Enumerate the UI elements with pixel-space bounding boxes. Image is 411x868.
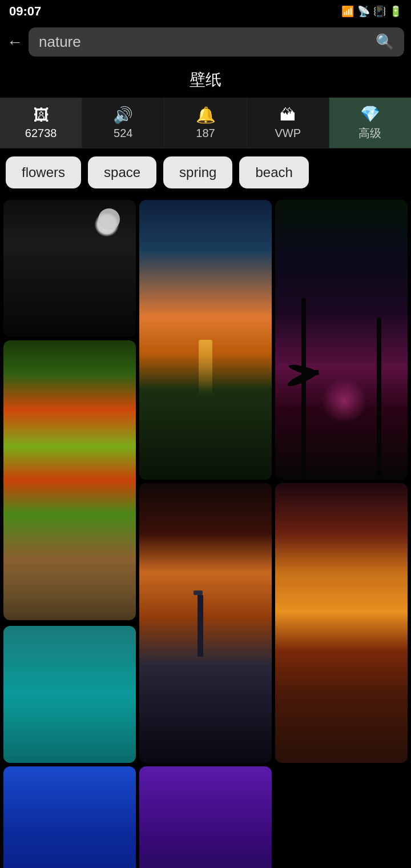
tag-beach[interactable]: beach <box>239 156 308 188</box>
tab-sound-label: 524 <box>114 127 132 140</box>
tab-wallpaper[interactable]: 🖼 62738 <box>0 98 82 148</box>
wallpaper-palm-purple[interactable] <box>275 200 408 480</box>
tab-notify[interactable]: 🔔 187 <box>164 98 247 148</box>
tab-wallpaper-label: 62738 <box>25 127 57 140</box>
battery-icon: 🔋 <box>389 5 402 18</box>
wallpaper-forest-path[interactable] <box>3 340 136 620</box>
tab-vwp[interactable]: 🏔 VWP <box>247 98 329 148</box>
sound-icon: 🔊 <box>113 106 133 124</box>
tag-flowers[interactable]: flowers <box>6 156 81 188</box>
tab-advanced-label: 高级 <box>358 126 381 141</box>
wallpaper-moonnight[interactable] <box>3 200 136 337</box>
wallpaper-icon: 🖼 <box>33 106 49 124</box>
vibrate-icon: 📳 <box>373 5 386 18</box>
wallpaper-grid <box>0 196 411 868</box>
back-button[interactable]: ← <box>7 33 23 51</box>
search-input-wrap: 🔍 <box>29 27 404 57</box>
tab-notify-label: 187 <box>196 127 215 140</box>
status-time: 09:07 <box>9 4 41 19</box>
search-bar-row: ← 🔍 <box>0 23 411 63</box>
wallpaper-blue[interactable] <box>3 766 136 868</box>
tab-vwp-label: VWP <box>275 127 301 140</box>
page-title: 壁纸 <box>0 63 411 98</box>
wallpaper-purple[interactable] <box>139 766 272 868</box>
category-tabs: 🖼 62738 🔊 524 🔔 187 🏔 VWP 💎 高级 <box>0 98 411 148</box>
search-input[interactable] <box>39 33 370 51</box>
diamond-icon: 💎 <box>360 105 380 123</box>
wifi-icon: 📡 <box>357 5 370 18</box>
vwp-icon: 🏔 <box>280 106 296 124</box>
tag-spring[interactable]: spring <box>163 156 232 188</box>
wallpaper-beach-sunset[interactable] <box>139 200 272 480</box>
signal-icon: 📶 <box>341 5 354 18</box>
search-icon: 🔍 <box>376 33 394 51</box>
wallpaper-lighthouse[interactable] <box>139 483 272 763</box>
tab-advanced[interactable]: 💎 高级 <box>329 98 411 148</box>
wallpaper-coastal-sunset[interactable] <box>275 483 408 763</box>
notify-icon: 🔔 <box>196 106 216 124</box>
status-bar: 09:07 📶 📡 📳 🔋 <box>0 0 411 23</box>
wallpaper-teal[interactable] <box>3 626 136 763</box>
tag-space[interactable]: space <box>88 156 156 188</box>
status-icons: 📶 📡 📳 🔋 <box>341 5 402 18</box>
tab-sound[interactable]: 🔊 524 <box>82 98 164 148</box>
tag-chips: flowers space spring beach <box>0 148 411 196</box>
